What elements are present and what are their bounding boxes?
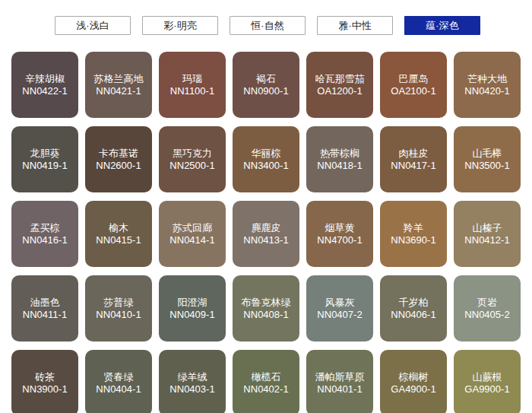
swatch-code: NN0413-1	[243, 234, 288, 246]
swatch-name: 华丽棕	[252, 148, 281, 160]
color-swatch[interactable]: 山榛子NN0412-1	[454, 201, 521, 267]
swatch-code: NN0422-1	[22, 85, 67, 97]
swatch-name: 龙胆葵	[30, 148, 60, 160]
swatch-name: 页岩	[477, 297, 497, 309]
swatch-name: 烟草黄	[325, 222, 355, 234]
swatch-name: 羚羊	[404, 222, 423, 234]
swatch-code: NN0417-1	[391, 160, 435, 172]
color-swatch[interactable]: 烟草黄NN4700-1	[306, 201, 373, 267]
color-category-tab-bar: 浅·浅白彩·明亮恒·自然雅·中性蕴·深色	[55, 16, 480, 35]
swatch-name: 苏格兰高地	[94, 73, 144, 85]
swatch-code: NN0407-2	[317, 309, 362, 321]
color-swatch[interactable]: 哈瓦那雪茄OA1200-1	[306, 52, 373, 118]
swatch-name: 辛辣胡椒	[25, 73, 65, 85]
swatch-name: 莎普绿	[104, 297, 134, 309]
swatch-name: 肉桂皮	[399, 148, 429, 160]
color-swatch[interactable]: 贤春绿NN0404-1	[85, 350, 152, 413]
color-swatch[interactable]: 绿羊绒NN0403-1	[159, 350, 226, 413]
swatch-name: 绿羊绒	[178, 371, 207, 383]
color-swatch-grid: 辛辣胡椒NN0422-1苏格兰高地NN0421-1玛瑙NN1100-1褐石NN0…	[11, 52, 521, 413]
swatch-code: NN0418-1	[317, 160, 362, 172]
swatch-name: 孟买棕	[30, 222, 60, 234]
swatch-code: NN0401-1	[317, 383, 362, 396]
swatch-name: 风暴灰	[325, 297, 355, 309]
swatch-code: NN0408-1	[243, 309, 288, 321]
color-swatch[interactable]: 棕榈树GA4900-1	[380, 350, 447, 413]
swatch-name: 阳澄湖	[178, 297, 207, 309]
swatch-code: NN0416-1	[22, 234, 67, 246]
swatch-code: NN0403-1	[169, 383, 214, 396]
color-swatch[interactable]: 苏格兰高地NN0421-1	[85, 52, 152, 118]
swatch-name: 棕榈树	[399, 371, 429, 383]
color-swatch[interactable]: 玛瑙NN1100-1	[159, 52, 226, 118]
swatch-code: NN0421-1	[96, 85, 141, 97]
swatch-code: NN3900-1	[22, 383, 67, 396]
color-swatch[interactable]: 华丽棕NN3400-1	[233, 126, 299, 192]
color-swatch[interactable]: 千岁柏NN0406-1	[380, 275, 447, 342]
swatch-code: GA9900-1	[464, 383, 509, 396]
swatch-code: NN0415-1	[96, 234, 141, 246]
color-swatch[interactable]: 莎普绿NN0410-1	[85, 275, 152, 342]
swatch-name: 山蕨根	[473, 371, 502, 383]
tab-color-category-4[interactable]: 雅·中性	[317, 16, 393, 35]
color-swatch[interactable]: 孟买棕NN0416-1	[11, 201, 78, 267]
tab-color-category-3[interactable]: 恒·自然	[230, 16, 306, 35]
color-swatch[interactable]: 龙胆葵NN0419-1	[11, 126, 78, 192]
swatch-name: 芒种大地	[467, 73, 507, 85]
swatch-name: 苏式回廊	[173, 222, 212, 234]
swatch-code: NN4700-1	[317, 234, 362, 246]
swatch-name: 哈瓦那雪茄	[315, 73, 365, 85]
swatch-code: NN0411-1	[23, 309, 67, 321]
swatch-name: 麂鹿皮	[252, 222, 281, 234]
tab-color-category-2[interactable]: 彩·明亮	[142, 16, 218, 35]
color-swatch[interactable]: 山毛榉NN3500-1	[454, 126, 521, 192]
swatch-name: 砖茶	[35, 371, 55, 383]
swatch-code: NN2600-1	[96, 160, 141, 172]
tab-color-category-1[interactable]: 浅·浅白	[55, 16, 131, 35]
color-swatch[interactable]: 油墨色NN0411-1	[11, 275, 78, 342]
color-swatch[interactable]: 砖茶NN3900-1	[11, 350, 78, 413]
swatch-code: NN0412-1	[464, 234, 509, 246]
swatch-name: 巴厘岛	[399, 73, 429, 85]
swatch-code: GA4900-1	[391, 383, 435, 396]
swatch-code: NN0402-1	[243, 383, 288, 396]
swatch-name: 榆木	[109, 222, 128, 234]
swatch-code: NN2500-1	[169, 160, 214, 172]
color-swatch[interactable]: 黑巧克力NN2500-1	[159, 126, 226, 192]
color-swatch[interactable]: 褐石NN0900-1	[233, 52, 299, 118]
color-swatch[interactable]: 风暴灰NN0407-2	[306, 275, 373, 342]
color-swatch[interactable]: 羚羊NN3690-1	[380, 201, 447, 267]
swatch-name: 贤春绿	[104, 371, 134, 383]
swatch-name: 玛瑙	[182, 73, 202, 85]
swatch-name: 热带棕榈	[320, 148, 359, 160]
swatch-code: NN0409-1	[169, 309, 214, 321]
swatch-code: NN0410-1	[96, 309, 141, 321]
color-swatch[interactable]: 苏式回廊NN0414-1	[159, 201, 226, 267]
color-swatch[interactable]: 潘帕斯草原NN0401-1	[306, 350, 373, 413]
color-swatch[interactable]: 页岩NN0405-2	[454, 275, 521, 342]
swatch-code: NN0414-1	[169, 234, 214, 246]
swatch-name: 卡布基诺	[99, 148, 138, 160]
swatch-code: NN1100-1	[170, 85, 214, 97]
color-swatch[interactable]: 肉桂皮NN0417-1	[380, 126, 447, 192]
color-swatch[interactable]: 榆木NN0415-1	[85, 201, 152, 267]
swatch-name: 山毛榉	[473, 148, 502, 160]
tab-color-category-5[interactable]: 蕴·深色	[404, 16, 480, 35]
color-swatch[interactable]: 热带棕榈NN0418-1	[306, 126, 373, 192]
swatch-code: OA1200-1	[317, 85, 362, 97]
color-swatch[interactable]: 橄榄石NN0402-1	[233, 350, 299, 413]
swatch-code: NN0406-1	[391, 309, 435, 321]
swatch-code: NN3500-1	[464, 160, 509, 172]
color-swatch[interactable]: 辛辣胡椒NN0422-1	[11, 52, 78, 118]
color-swatch[interactable]: 芒种大地NN0420-1	[454, 52, 521, 118]
color-swatch[interactable]: 巴厘岛OA2100-1	[380, 52, 447, 118]
color-swatch[interactable]: 山蕨根GA9900-1	[454, 350, 521, 413]
swatch-name: 黑巧克力	[173, 148, 212, 160]
color-swatch[interactable]: 卡布基诺NN2600-1	[85, 126, 152, 192]
swatch-code: NN0420-1	[464, 85, 509, 97]
swatch-code: NN0900-1	[243, 85, 288, 97]
swatch-code: NN0404-1	[96, 383, 141, 396]
color-swatch[interactable]: 布鲁克林绿NN0408-1	[233, 275, 299, 342]
color-swatch[interactable]: 阳澄湖NN0409-1	[159, 275, 226, 342]
color-swatch[interactable]: 麂鹿皮NN0413-1	[233, 201, 299, 267]
